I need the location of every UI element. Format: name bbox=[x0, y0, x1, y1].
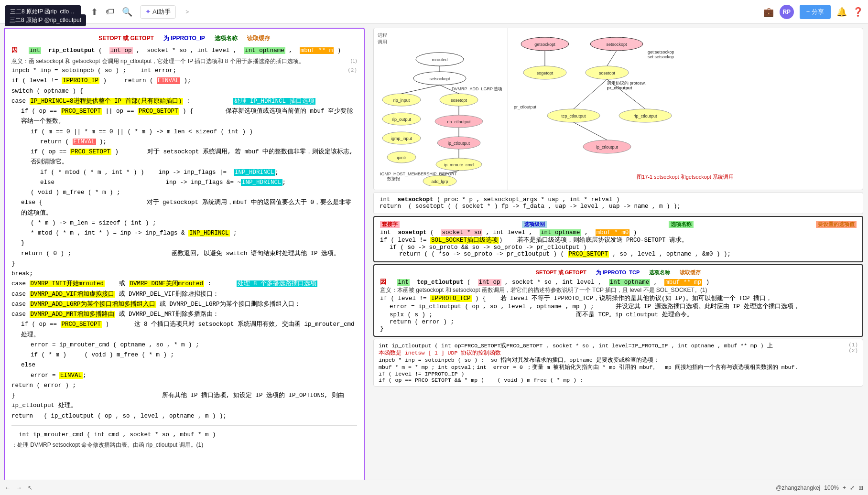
zoom-level: 100% bbox=[824, 484, 839, 491]
svg-text:get:setsockopt: get:setsockopt bbox=[648, 50, 674, 54]
udp-note: 本函数是 inetsw [ 1 ] UDP 协议的控制函数 bbox=[379, 350, 501, 356]
cursor-icon[interactable]: ↖ bbox=[28, 484, 33, 491]
dvmrp-del-lgrp: DVMRP_DEL_LGRP为某个接口删除多播组入口 bbox=[170, 301, 294, 308]
bottom-code-col1: int ip_ctloutput ( int op=PRCO_SETOPT或PR… bbox=[379, 342, 829, 356]
sol-socket-hl: SOL_SOCKET插口级选项 bbox=[430, 237, 499, 244]
author: @zhangzhangkej bbox=[776, 484, 820, 491]
left-panel-inner: SETOPT 或 GETOPT 为 IPPROTO_IP 选项名称 读取缓存 因… bbox=[5, 29, 364, 490]
tab-dropdown[interactable]: 三二8 原始IP @rip_ctloutput bbox=[5, 14, 86, 26]
ipproto-tcp-hl: IPPROTO_TCP bbox=[430, 295, 472, 302]
svg-text:setsockopt: setsockopt bbox=[606, 42, 627, 47]
tab-area: 三二8 原始IP 函rip_ctlout... 三二8 原始IP @rip_ct… bbox=[5, 5, 81, 18]
grid-icon[interactable]: ⊞ bbox=[858, 484, 863, 491]
int-optname-hl: int optname bbox=[540, 229, 581, 236]
more-arrow[interactable]: > bbox=[185, 9, 189, 15]
prco-setopt-ret: PRCO_SETOPT bbox=[568, 251, 609, 258]
code-line-25: error = ip_mrouter_cmd ( optname , so , … bbox=[11, 340, 357, 350]
nav-back[interactable]: ← bbox=[5, 484, 11, 491]
bottom-inp-line: inpcb * inp = sotoinpcb ( so ) ; so 指向对其… bbox=[379, 356, 858, 364]
anno-ipproto: 为 IPPROTO_IP bbox=[163, 33, 205, 43]
svg-text:set:setsockopt: set:setsockopt bbox=[648, 54, 674, 59]
tcp-meaning: 意义：本函被 getsockopt 和 setsockopt 函数调用，若它们的… bbox=[380, 286, 857, 294]
zoom-in-icon[interactable]: + bbox=[843, 484, 846, 491]
main-content: SETOPT 或 GETOPT 为 IPPROTO_IP 选项名称 读取缓存 因… bbox=[0, 24, 868, 495]
right-panel: 进程调用 mrouted setsockopt DVMRP_ADD_LGRP 选… bbox=[369, 24, 868, 495]
svg-line-27 bbox=[401, 85, 440, 94]
int-optname-highlight: int optname bbox=[244, 47, 285, 54]
tcp-anno-bar: SETOPT 或 GETOPT 为 IPPROTO_TCP 选项名称 读取缓存 bbox=[380, 269, 857, 276]
code-line-19: break; bbox=[11, 269, 357, 279]
setsockopt-return: return ( sosetopt ( ( socket * ) fp -> f… bbox=[380, 203, 857, 210]
tcp-anno-readbuf: 读取缓存 bbox=[680, 269, 701, 276]
code-line-12: ( void ) m_free ( * m ) ; bbox=[11, 188, 357, 198]
anno-socket: 套接字 bbox=[380, 221, 400, 228]
bottom-prco-line: if ( op == PRCO_SETOPT && * mp ) ( void … bbox=[379, 377, 858, 383]
code-line-30: } 所有其他 IP 插口选项, 如设定 IP 选项的 IP_OPTIONS, 则… bbox=[11, 391, 357, 411]
code-line-17: return ( 0 ) ; 函数返回, 以避免 switch 语句结束时处理其… bbox=[11, 249, 357, 259]
inp-hdrincl-2: INP_HDRINCL bbox=[241, 179, 282, 186]
svg-text:sosetopt: sosetopt bbox=[451, 98, 467, 103]
share-button[interactable]: + 分享 bbox=[800, 5, 831, 19]
sosetopt-return: return ( ( *so -> so_proto -> pr_ctloutp… bbox=[380, 251, 857, 258]
code-line-4: switch ( optname ) { bbox=[11, 86, 357, 97]
sosetopt-sig: int sosetopt ( socket * so , int level ,… bbox=[380, 229, 857, 236]
help-icon[interactable]: ❓ bbox=[853, 7, 863, 17]
line-num-1: (1) bbox=[351, 56, 357, 65]
ipproto-ip-hl: IPPROTO_IP bbox=[62, 77, 99, 84]
dvmrp-lgrp: DVMRP_ADD_LGRP为某个接口增加多播组入口 bbox=[30, 301, 156, 308]
search-icon[interactable]: 🔍 bbox=[122, 7, 132, 17]
bottom-bar: ← → ↖ @zhangzhangkej 100% + ⤢ ⊞ bbox=[0, 480, 868, 495]
bottom-mbuf-line: mbuf * m = * mp ; int optval；int error =… bbox=[379, 364, 858, 371]
svg-text:tcp_ctloutput: tcp_ctloutput bbox=[561, 114, 586, 118]
code-line-13: else { 对于 getsockopt 系统调用，mbuf 中的返回值要么大于… bbox=[11, 198, 357, 218]
expand-icon[interactable]: ⤢ bbox=[850, 484, 855, 491]
svg-text:DVMRP_ADD_LGRP 选项: DVMRP_ADD_LGRP 选项 bbox=[452, 86, 502, 91]
dvmrp-del-vif: DVMRP_DEL_VIF删除虚拟接口 bbox=[129, 291, 213, 298]
anno-readbuf: 读取缓存 bbox=[247, 33, 270, 43]
toolbar-icons: ⬆ 🏷 🔍 ✦ AI助手 > bbox=[91, 5, 189, 19]
bottom-level-line: if ( level != IPPROTO_IP ) bbox=[379, 371, 858, 377]
dvmrp-del-mrt: DVMRP_DEL_MRT删除多播路由 bbox=[129, 311, 213, 318]
anno-optlevel: 选项级别 bbox=[522, 221, 547, 228]
tcp-int-optname-hl: int optname bbox=[609, 279, 651, 286]
line-num-2: (2) bbox=[347, 66, 357, 75]
sosetopt-cond: if ( level != SOL_SOCKET插口级选项) 若不是插口级选项，… bbox=[380, 236, 857, 244]
mbuf-m0-hl: mbuf * m0 bbox=[596, 229, 630, 236]
tcp-return: return ( error ) ; bbox=[380, 319, 857, 325]
code-line-23: case DVMRP_ADD_MRT增加多播路由 或 DVMRP_DEL_MRT… bbox=[11, 310, 357, 320]
code-line-7: if ( m == 0 || * m == 0 || ( * m ) -> m_… bbox=[11, 127, 357, 137]
code-line-11: else inp -> inp_flags &= ~INP_HDRINCL; bbox=[11, 178, 357, 188]
bottom-code-row1: int ip_ctloutput ( int op=PRCO_SETOPT或PR… bbox=[379, 342, 858, 356]
code-line-10: if ( * mtod ( * m , int * ) ) inp -> inp… bbox=[11, 168, 357, 178]
diagram-caption: 图17-1 setsockopt 和getsockopt 系统调用 bbox=[511, 173, 859, 181]
upload-icon[interactable]: ⬆ bbox=[91, 7, 98, 17]
avatar: RP bbox=[780, 5, 794, 19]
code-line-16: } bbox=[11, 238, 357, 248]
briefcase-icon[interactable]: 💼 bbox=[763, 7, 774, 17]
sosetopt-proto: if ( so -> so_proto && so -> so_proto ->… bbox=[380, 244, 857, 251]
code-line-9: if ( op == PRCO_SETOPT ) 对于 setsockopt 系… bbox=[11, 147, 357, 168]
svg-text:ipintr: ipintr bbox=[397, 155, 406, 160]
tcp-anno-optname: 选项名称 bbox=[649, 269, 670, 276]
anno-bar: SETOPT 或 GETOPT 为 IPPROTO_IP 选项名称 读取缓存 bbox=[11, 33, 357, 43]
diagram-left: 进程调用 mrouted setsockopt DVMRP_ADD_LGRP 选… bbox=[374, 28, 508, 190]
svg-text:pr_ctloutput: pr_ctloutput bbox=[514, 105, 537, 109]
code-line-6: if ( op == PRCO_SETOPT || op == PRCO_GET… bbox=[11, 107, 357, 127]
svg-text:igmp_input: igmp_input bbox=[391, 136, 412, 141]
int-highlight-1: int bbox=[29, 47, 42, 54]
tag-icon[interactable]: 🏷 bbox=[106, 7, 114, 17]
code-line-2: inpcb * inp = sotoinpcb ( so ) ; int err… bbox=[11, 66, 357, 76]
ip-ctloutput-sig: int ip_ctloutput ( int op=PRCO_SETOPT或PR… bbox=[379, 343, 773, 349]
top-right: 💼 RP + 分享 🔔 ❓ bbox=[763, 5, 863, 19]
code-line-18: } bbox=[11, 259, 357, 269]
einval-hl3: EINVAL bbox=[59, 372, 83, 379]
einval-hl: EINVAL bbox=[157, 77, 180, 84]
code-line-3: if ( level != IPPROTO_IP ) return ( EINV… bbox=[11, 76, 357, 86]
svg-text:getsockopt: getsockopt bbox=[534, 42, 555, 47]
nav-forward[interactable]: → bbox=[16, 484, 22, 491]
anno-setopt: SETOPT 或 GETOPT bbox=[98, 33, 154, 43]
inp-hdrincl-1: INP_HDRINCL bbox=[234, 169, 275, 176]
ai-button[interactable]: ✦ AI助手 bbox=[140, 5, 176, 19]
bell-icon[interactable]: 🔔 bbox=[836, 7, 847, 17]
svg-text:setsockopt: setsockopt bbox=[429, 76, 450, 81]
